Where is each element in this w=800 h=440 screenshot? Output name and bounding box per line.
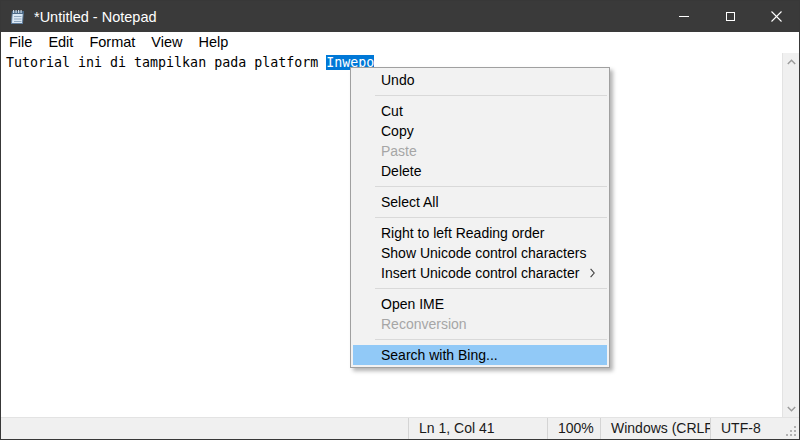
caption-buttons — [661, 1, 799, 32]
menu-item-cut[interactable]: Cut — [353, 101, 607, 121]
menu-item-label: Search with Bing... — [381, 347, 498, 363]
close-icon — [771, 11, 782, 22]
menubar-item-view[interactable]: View — [143, 32, 190, 53]
editor-text-before-selection: Tutorial ini di tampilkan pada platform — [6, 55, 326, 70]
menu-item-open-ime[interactable]: Open IME — [353, 294, 607, 314]
scroll-down-button[interactable] — [783, 400, 799, 417]
chevron-down-icon — [787, 406, 796, 412]
resize-grip[interactable] — [786, 418, 799, 439]
menubar-item-help[interactable]: Help — [190, 32, 236, 53]
menu-item-label: Open IME — [381, 296, 444, 312]
status-line-ending: Windows (CRLF) — [600, 418, 710, 439]
menu-item-right-to-left-reading-order[interactable]: Right to left Reading order — [353, 223, 607, 243]
menu-item-reconversion: Reconversion — [353, 314, 607, 334]
status-encoding: UTF-8 — [710, 418, 786, 439]
menu-separator — [375, 217, 607, 218]
menu-item-label: Copy — [381, 123, 414, 139]
notepad-window: *Untitled - Notepad File Edit Format Vie… — [0, 0, 800, 440]
status-zoom-level: 100% — [547, 418, 600, 439]
menu-item-insert-unicode-control-character[interactable]: Insert Unicode control character — [353, 263, 607, 283]
menu-item-search-with-bing[interactable]: Search with Bing... — [353, 345, 607, 365]
menu-item-label: Paste — [381, 143, 417, 159]
menubar: File Edit Format View Help — [1, 32, 799, 53]
menubar-item-file[interactable]: File — [1, 32, 40, 53]
maximize-icon — [726, 12, 735, 21]
minimize-icon — [679, 16, 689, 17]
menu-item-delete[interactable]: Delete — [353, 161, 607, 181]
scroll-up-button[interactable] — [783, 53, 799, 70]
menu-item-label: Insert Unicode control character — [381, 265, 579, 281]
menu-item-show-unicode-control-characters[interactable]: Show Unicode control characters — [353, 243, 607, 263]
menu-item-label: Right to left Reading order — [381, 225, 544, 241]
status-cursor-position: Ln 1, Col 41 — [408, 418, 547, 439]
menu-separator — [375, 186, 607, 187]
statusbar-spacer — [1, 418, 408, 439]
menu-item-label: Cut — [381, 103, 403, 119]
close-button[interactable] — [753, 1, 799, 32]
resize-grip-icon — [786, 426, 797, 437]
statusbar: Ln 1, Col 41 100% Windows (CRLF) UTF-8 — [1, 417, 799, 439]
menubar-item-edit[interactable]: Edit — [40, 32, 81, 53]
menu-separator — [375, 95, 607, 96]
menu-item-select-all[interactable]: Select All — [353, 192, 607, 212]
menu-separator — [375, 288, 607, 289]
chevron-right-icon — [590, 268, 595, 278]
menu-item-label: Reconversion — [381, 316, 467, 332]
menu-item-label: Delete — [381, 163, 421, 179]
context-menu: Undo Cut Copy Paste Delete Select All Ri… — [350, 67, 610, 368]
vertical-scrollbar[interactable] — [782, 53, 799, 417]
menu-item-label: Select All — [381, 194, 439, 210]
window-title: *Untitled - Notepad — [34, 9, 157, 25]
menu-item-label: Show Unicode control characters — [381, 245, 586, 261]
minimize-button[interactable] — [661, 1, 707, 32]
notepad-icon — [10, 9, 26, 25]
chevron-up-icon — [787, 59, 796, 65]
titlebar[interactable]: *Untitled - Notepad — [1, 1, 799, 32]
maximize-button[interactable] — [707, 1, 753, 32]
menu-item-undo[interactable]: Undo — [353, 70, 607, 90]
menu-separator — [375, 339, 607, 340]
menu-item-copy[interactable]: Copy — [353, 121, 607, 141]
menu-item-label: Undo — [381, 72, 414, 88]
menu-item-paste: Paste — [353, 141, 607, 161]
menubar-item-format[interactable]: Format — [81, 32, 143, 53]
